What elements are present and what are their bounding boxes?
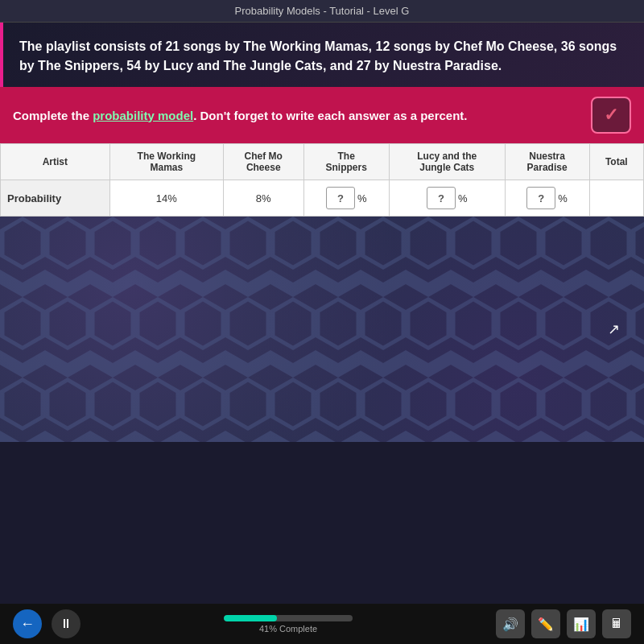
progress-bar-fill [224, 615, 277, 621]
percent-nuestra: % [558, 192, 568, 204]
cell-total [589, 180, 643, 217]
input-jungle-cats[interactable] [427, 187, 456, 209]
probability-table: Artist The WorkingMamas Chef MoCheese Th… [0, 143, 644, 217]
tool-buttons: 🔊 ✏️ 📊 🖩 [496, 609, 631, 638]
chart-button[interactable]: 📊 [567, 609, 596, 638]
instruction-prefix: Complete the [13, 109, 93, 122]
calculator-icon: 🖩 [610, 617, 623, 631]
probability-row: Probability 14% 8% % % [1, 180, 644, 217]
title-bar: Probability Models - Tutorial - Level G [0, 0, 644, 23]
pencil-button[interactable]: ✏️ [531, 609, 560, 638]
cell-snippers: % [303, 180, 389, 217]
progress-bar-bg [224, 615, 353, 621]
col-header-total: Total [589, 144, 643, 180]
probability-model-link[interactable]: probability model [93, 109, 193, 122]
col-header-jungle-cats: Lucy and theJungle Cats [389, 144, 505, 180]
question-text: The playlist consists of 21 songs by The… [19, 39, 617, 72]
progress-label: 41% Complete [259, 624, 317, 634]
pause-button[interactable]: ⏸ [52, 609, 80, 638]
back-icon: ← [20, 616, 35, 633]
calculator-button[interactable]: 🖩 [602, 609, 631, 638]
cursor-arrow: ↗ [608, 321, 620, 337]
chart-icon: 📊 [573, 617, 589, 632]
percent-jungle-cats: % [458, 192, 468, 204]
row-label-probability: Probability [1, 180, 110, 217]
sound-icon: 🔊 [502, 617, 518, 632]
title-text: Probability Models - Tutorial - Level G [235, 5, 410, 17]
instruction-suffix: . Don't forget to write each answer as a… [193, 109, 467, 122]
instruction-text: Complete the probability model. Don't fo… [13, 107, 468, 124]
instruction-row: Complete the probability model. Don't fo… [0, 87, 644, 143]
cell-working-mamas: 14% [109, 180, 223, 217]
cell-chef-mo: 8% [223, 180, 303, 217]
check-button[interactable]: ✓ [591, 97, 631, 134]
input-nuestra[interactable] [526, 187, 555, 209]
col-header-snippers: TheSnippers [303, 144, 389, 180]
col-header-working-mamas: The WorkingMamas [109, 144, 223, 180]
table-container: Artist The WorkingMamas Chef MoCheese Th… [0, 143, 644, 217]
sound-button[interactable]: 🔊 [496, 609, 525, 638]
question-box: The playlist consists of 21 songs by The… [0, 23, 644, 87]
bottom-bar: ← ⏸ 41% Complete 🔊 ✏️ 📊 🖩 [0, 604, 644, 644]
pencil-icon: ✏️ [538, 617, 554, 632]
col-header-nuestra: NuestraParadise [505, 144, 589, 180]
input-snippers[interactable] [326, 187, 355, 209]
honeycomb-section: ↗ [0, 217, 644, 442]
check-icon: ✓ [604, 105, 618, 126]
col-header-artist: Artist [1, 144, 110, 180]
cursor-indicator: ↗ [608, 320, 620, 338]
back-button[interactable]: ← [13, 609, 42, 638]
percent-snippers: % [357, 192, 367, 204]
pause-icon: ⏸ [60, 617, 72, 631]
progress-section: 41% Complete [90, 615, 486, 634]
table-header-row: Artist The WorkingMamas Chef MoCheese Th… [1, 144, 644, 180]
hex-pattern [0, 217, 644, 442]
cell-jungle-cats: % [389, 180, 505, 217]
cell-nuestra: % [505, 180, 589, 217]
col-header-chef-mo: Chef MoCheese [223, 144, 303, 180]
